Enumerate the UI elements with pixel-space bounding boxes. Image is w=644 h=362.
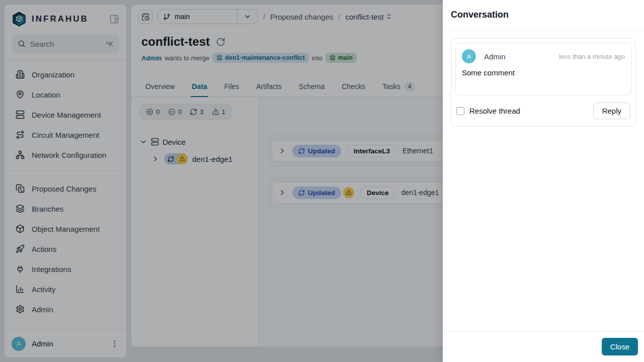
avatar: A xyxy=(462,49,476,63)
drawer-title: Conversation xyxy=(451,10,509,20)
comment-body: Some comment xyxy=(462,68,625,89)
comment-author: Admin xyxy=(484,52,506,61)
drawer-footer: Close xyxy=(443,331,644,362)
resolve-thread-label: Resolve thread xyxy=(469,107,520,115)
reply-button[interactable]: Reply xyxy=(593,103,630,119)
comment-timestamp: less than a minute ago xyxy=(559,53,625,60)
thread-card: A Admin less than a minute ago Some comm… xyxy=(451,38,636,127)
thread-controls: Resolve thread Reply xyxy=(455,102,631,122)
close-button[interactable]: Close xyxy=(602,338,638,355)
resolve-thread-checkbox[interactable] xyxy=(456,107,464,115)
comment-card: A Admin less than a minute ago Some comm… xyxy=(455,43,631,96)
drawer-header: Conversation xyxy=(443,0,644,30)
comment-header: A Admin less than a minute ago xyxy=(462,49,625,63)
conversation-drawer: Conversation A Admin less than a minute … xyxy=(443,0,644,362)
drawer-body: A Admin less than a minute ago Some comm… xyxy=(443,30,644,331)
